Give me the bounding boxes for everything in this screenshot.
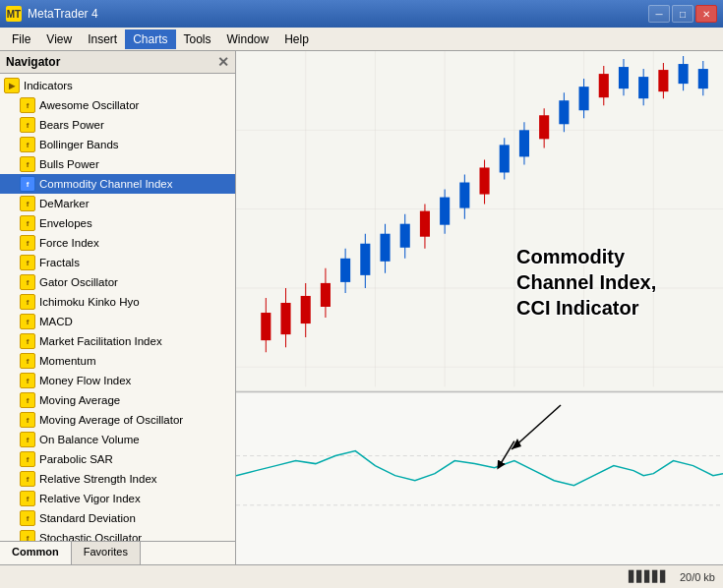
chart-area[interactable]: Commodity Channel Index, CCI Indicator [236, 51, 723, 564]
menu-view[interactable]: View [38, 29, 80, 49]
connection-indicator: ▋▋▋▋▋ [629, 570, 668, 583]
svg-rect-35 [440, 198, 450, 225]
window-title: MetaTrader 4 [28, 7, 98, 21]
svg-rect-55 [638, 77, 648, 98]
nav-item-bollinger-bands[interactable]: f Bollinger Bands [0, 135, 235, 154]
svg-rect-47 [559, 100, 569, 124]
navigator-title: Navigator [6, 55, 60, 69]
indicator-icon: f [20, 176, 35, 192]
close-button[interactable]: ✕ [695, 5, 717, 23]
title-bar-controls: ─ □ ✕ [648, 5, 717, 23]
nav-item-parabolic-sar[interactable]: f Parabolic SAR [0, 449, 235, 469]
nav-item-fractals[interactable]: f Fractals [0, 253, 235, 272]
minimize-button[interactable]: ─ [648, 5, 670, 23]
menu-file[interactable]: File [4, 29, 38, 49]
indicator-icon: f [20, 353, 35, 369]
indicator-icon: f [20, 156, 35, 172]
nav-item-bears-power[interactable]: f Bears Power [0, 115, 235, 135]
nav-item-envelopes[interactable]: f Envelopes [0, 213, 235, 233]
nav-item-moving-average[interactable]: f Moving Average [0, 390, 235, 410]
indicator-icon: f [20, 491, 35, 506]
indicator-icon: f [20, 471, 35, 487]
svg-rect-23 [321, 283, 331, 307]
nav-item-force-index[interactable]: f Force Index [0, 233, 235, 253]
main-layout: Navigator ✕ ▶ Indicators f Awesome Oscil… [0, 51, 723, 564]
nav-item-cci[interactable]: f Commodity Channel Index [0, 174, 235, 194]
navigator-content: ▶ Indicators f Awesome Oscillator f Bear… [0, 74, 235, 541]
title-bar-left: MT MetaTrader 4 [6, 6, 98, 22]
tab-favorites[interactable]: Favorites [72, 542, 141, 564]
signal-bars: ▋▋▋▋▋ [629, 570, 668, 583]
menu-tools[interactable]: Tools [176, 29, 219, 49]
nav-item-ichimoku[interactable]: f Ichimoku Kinko Hyo [0, 292, 235, 312]
svg-rect-61 [698, 69, 708, 88]
indicator-icon: f [20, 255, 35, 270]
svg-rect-53 [619, 67, 629, 88]
indicator-icon: f [20, 97, 35, 113]
indicator-icon: f [20, 373, 35, 388]
svg-rect-39 [480, 167, 490, 194]
title-bar: MT MetaTrader 4 ─ □ ✕ [0, 0, 723, 28]
svg-rect-59 [679, 64, 689, 84]
nav-item-demarker[interactable]: f DeMarker [0, 194, 235, 213]
navigator-footer: Common Favorites [0, 541, 235, 564]
indicator-icon: f [20, 451, 35, 467]
indicator-icon: f [20, 412, 35, 428]
nav-item-gator-oscillator[interactable]: f Gator Oscillator [0, 272, 235, 292]
indicator-icon: f [20, 510, 35, 526]
nav-item-money-flow[interactable]: f Money Flow Index [0, 371, 235, 390]
svg-rect-57 [658, 70, 668, 91]
tab-common[interactable]: Common [0, 542, 72, 564]
indicator-icon: f [20, 137, 35, 152]
svg-rect-31 [400, 224, 410, 248]
nav-item-mao[interactable]: f Moving Average of Oscillator [0, 410, 235, 430]
nav-item-momentum[interactable]: f Momentum [0, 351, 235, 371]
indicator-icon: f [20, 314, 35, 329]
svg-rect-43 [519, 130, 529, 156]
nav-item-macd[interactable]: f MACD [0, 312, 235, 331]
svg-rect-17 [261, 313, 271, 340]
svg-rect-51 [599, 74, 609, 97]
indicator-icon: f [20, 432, 35, 447]
nav-item-obv[interactable]: f On Balance Volume [0, 430, 235, 449]
svg-rect-45 [539, 115, 549, 139]
status-bar: ▋▋▋▋▋ 20/0 kb [0, 564, 723, 588]
menu-help[interactable]: Help [276, 29, 317, 49]
svg-rect-33 [420, 211, 430, 237]
svg-rect-37 [459, 183, 469, 208]
nav-item-std-dev[interactable]: f Standard Deviation [0, 508, 235, 528]
nav-item-awesome-oscillator[interactable]: f Awesome Oscillator [0, 95, 235, 115]
menu-bar: File View Insert Charts Tools Window Hel… [0, 28, 723, 51]
chart-svg [236, 51, 723, 564]
svg-rect-49 [579, 87, 589, 110]
navigator-list[interactable]: ▶ Indicators f Awesome Oscillator f Bear… [0, 74, 235, 541]
indicator-icon: f [20, 274, 35, 290]
maximize-button[interactable]: □ [672, 5, 693, 23]
folder-icon: ▶ [4, 78, 20, 93]
indicator-icon: f [20, 294, 35, 310]
menu-window[interactable]: Window [219, 29, 277, 49]
indicator-icon: f [20, 235, 35, 251]
svg-rect-19 [280, 303, 290, 334]
memory-status: 20/0 kb [680, 571, 715, 583]
nav-item-bulls-power[interactable]: f Bulls Power [0, 154, 235, 174]
app-icon: MT [6, 6, 22, 22]
svg-rect-21 [301, 296, 311, 323]
indicator-icon: f [20, 215, 35, 231]
navigator-panel: Navigator ✕ ▶ Indicators f Awesome Oscil… [0, 51, 236, 564]
nav-item-rsi[interactable]: f Relative Strength Index [0, 469, 235, 489]
nav-item-rvi[interactable]: f Relative Vigor Index [0, 489, 235, 508]
svg-rect-41 [500, 145, 510, 172]
navigator-header: Navigator ✕ [0, 51, 235, 74]
indicator-icon: f [20, 530, 35, 541]
indicator-icon: f [20, 392, 35, 408]
svg-rect-12 [236, 392, 723, 564]
nav-section-indicators[interactable]: ▶ Indicators [0, 76, 235, 95]
nav-item-stochastic[interactable]: f Stochastic Oscillator [0, 528, 235, 541]
svg-rect-25 [340, 259, 350, 282]
menu-insert[interactable]: Insert [80, 29, 125, 49]
menu-charts[interactable]: Charts [125, 29, 175, 49]
navigator-close-button[interactable]: ✕ [217, 54, 229, 70]
indicator-icon: f [20, 196, 35, 211]
nav-item-mfi-market[interactable]: f Market Facilitation Index [0, 331, 235, 351]
